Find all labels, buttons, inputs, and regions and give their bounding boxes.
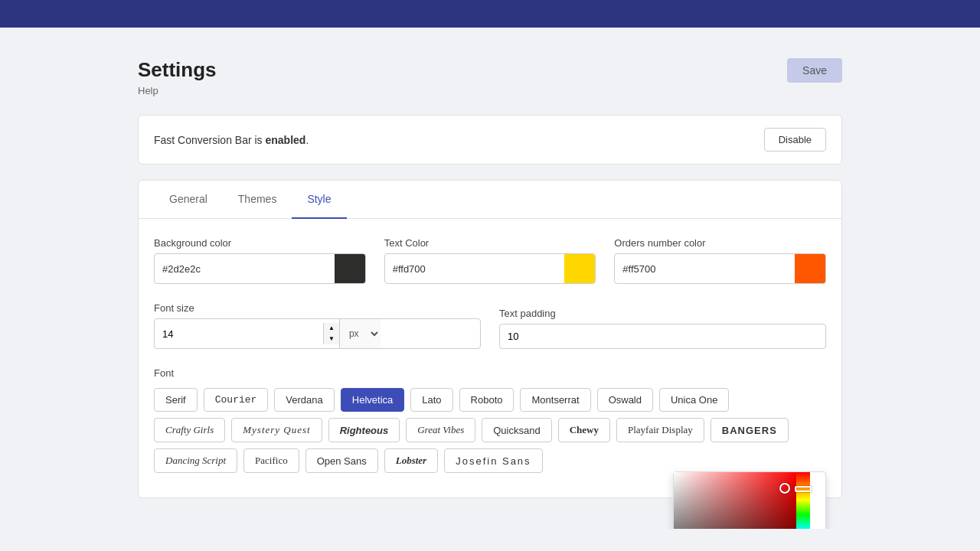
font-btn-lobster[interactable]: Lobster [384,448,438,473]
page-header-left: Settings Help [138,58,217,96]
orders-color-swatch[interactable] [795,254,825,283]
orders-color-input-wrap [614,253,826,284]
tab-themes[interactable]: Themes [223,181,292,219]
notification-bar: Fast Conversion Bar is enabled. Disable [138,115,842,165]
font-btn-chewy[interactable]: Chewy [558,418,610,442]
font-btn-playfair[interactable]: Playfair Display [616,418,704,442]
bg-color-swatch[interactable] [335,254,365,283]
page-title: Settings [138,58,217,82]
orders-color-group: Orders number color [614,237,826,284]
font-btn-courier[interactable]: Courier [204,388,269,412]
panel-body: Background color Text Color [139,219,841,497]
tab-general[interactable]: General [154,181,223,219]
font-btn-quicksand[interactable]: Quicksand [482,418,551,442]
font-btn-serif[interactable]: Serif [154,388,198,412]
font-size-input-wrap: ▲ ▼ px em % [154,318,481,349]
font-size-spinner: ▲ ▼ [323,323,339,344]
text-padding-label: Text padding [499,308,826,319]
font-section: Font Serif Courier Verdana Helvetica Lat… [154,367,826,473]
font-btn-verdana[interactable]: Verdana [274,388,334,412]
font-btn-roboto[interactable]: Roboto [459,388,514,412]
font-btn-josefin-sans[interactable]: Josefin Sans [444,448,542,473]
font-size-unit[interactable]: px em % [339,319,381,348]
font-size-label: Font size [154,302,481,314]
page-header: Settings Help Save [138,58,842,96]
font-btn-lato[interactable]: Lato [410,388,452,412]
font-grid-row2: Crafty Girls Mystery Quest Righteous Gre… [154,418,826,442]
help-link[interactable]: Help [138,85,217,96]
text-color-input-wrap [384,253,596,284]
gradient-thumb[interactable] [779,483,790,494]
font-size-group: Font size ▲ ▼ px em % [154,302,481,349]
tab-bar: General Themes Style [139,181,841,219]
color-row: Background color Text Color [154,237,826,284]
text-color-group: Text Color [384,237,596,284]
text-padding-input[interactable] [499,324,826,349]
font-size-decrement[interactable]: ▼ [324,334,339,344]
bg-color-group: Background color [154,237,366,284]
disable-button[interactable]: Disable [764,128,826,152]
font-size-input[interactable] [155,322,323,346]
text-color-label: Text Color [384,237,596,249]
font-btn-bangers[interactable]: BANGERS [710,418,789,442]
tab-style[interactable]: Style [292,181,346,219]
bg-color-label: Background color [154,237,366,249]
hue-slider[interactable] [796,472,810,529]
font-btn-crafty-girls[interactable]: Crafty Girls [154,418,225,442]
notification-text: Fast Conversion Bar is enabled. [154,134,309,146]
hue-thumb [795,486,812,492]
font-btn-righteous[interactable]: Righteous [328,418,400,442]
picker-body [674,472,825,529]
font-grid-row3: Dancing Script Pacifico Open Sans Lobste… [154,448,826,473]
color-picker-popup [673,471,826,529]
font-btn-pacifico[interactable]: Pacifico [243,448,299,473]
text-padding-group: Text padding [499,308,826,349]
font-btn-open-sans[interactable]: Open Sans [305,448,378,473]
text-color-input[interactable] [385,257,565,281]
font-btn-helvetica[interactable]: Helvetica [341,388,404,412]
font-btn-mystery-quest[interactable]: Mystery Quest [231,418,322,442]
orders-color-label: Orders number color [614,237,826,249]
font-size-increment[interactable]: ▲ [324,323,339,334]
bg-color-input[interactable] [155,257,335,281]
font-btn-dancing-script[interactable]: Dancing Script [154,448,237,473]
font-grid-row1: Serif Courier Verdana Helvetica Lato Rob… [154,388,826,412]
settings-panel: General Themes Style Background color Te… [138,180,842,498]
orders-color-input[interactable] [615,257,795,281]
font-section-label: Font [154,367,826,379]
font-btn-great-vibes[interactable]: Great Vibes [406,418,475,442]
font-btn-montserrat[interactable]: Montserrat [520,388,590,412]
size-row: Font size ▲ ▼ px em % [154,302,826,349]
notification-status: enabled [266,134,306,146]
gradient-area[interactable] [674,472,796,529]
bg-color-input-wrap [154,253,366,284]
save-button[interactable]: Save [787,58,842,83]
font-btn-oswald[interactable]: Oswald [597,388,653,412]
font-btn-unica-one[interactable]: Unica One [659,388,729,412]
top-navigation-bar [0,0,980,28]
text-color-swatch[interactable] [564,254,595,283]
